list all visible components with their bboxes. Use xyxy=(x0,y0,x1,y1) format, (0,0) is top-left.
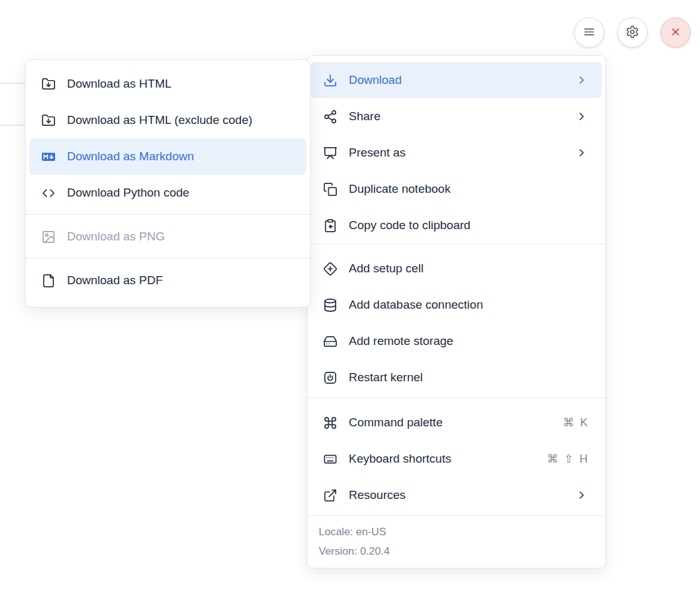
menu-item-label: Copy code to clipboard xyxy=(349,218,588,232)
menu-body: DownloadSharePresent asDuplicate noteboo… xyxy=(307,56,605,515)
keyboard-icon xyxy=(323,452,337,466)
shortcut-key: ⌘ xyxy=(547,452,558,466)
menu-button[interactable] xyxy=(574,18,604,48)
menu-section: Download as PDF xyxy=(26,259,310,307)
menu-item-download-python-code[interactable]: Download Python code xyxy=(29,175,306,211)
menu-item-label: Add database connection xyxy=(349,298,588,312)
menu-section: Download as PNG xyxy=(26,215,310,258)
markdown-download-icon xyxy=(41,150,56,164)
menu-item-label: Present as xyxy=(349,146,564,160)
version-text: Version: 0.20.4 xyxy=(319,542,594,561)
menu-item-label: Download as HTML xyxy=(67,77,292,91)
menu-icon xyxy=(582,25,596,41)
external-link-icon xyxy=(323,488,337,503)
file-icon xyxy=(41,274,56,288)
menu-item-download[interactable]: Download xyxy=(311,62,602,98)
menu-item-restart-kernel[interactable]: Restart kernel xyxy=(311,359,602,396)
chevron-right-icon xyxy=(575,74,588,86)
menu-item-download-as-html[interactable]: Download as HTML xyxy=(29,66,306,102)
chevron-right-icon xyxy=(575,146,588,159)
shortcut-key: ⇧ xyxy=(564,452,574,466)
background-cell-border xyxy=(0,125,26,126)
menu-item-add-remote-storage[interactable]: Add remote storage xyxy=(311,323,602,359)
notebook-actions-menu: DownloadSharePresent asDuplicate noteboo… xyxy=(307,55,606,568)
copy-icon xyxy=(323,182,337,197)
menu-item-label: Download as HTML (exclude code) xyxy=(67,113,292,127)
menu-item-share[interactable]: Share xyxy=(311,98,602,135)
database-icon xyxy=(323,298,337,312)
menu-item-label: Add setup cell xyxy=(349,262,588,275)
menu-item-add-database-connection[interactable]: Add database connection xyxy=(311,287,602,323)
menu-section: DownloadSharePresent asDuplicate noteboo… xyxy=(307,56,605,244)
command-icon xyxy=(323,416,337,430)
menu-item-label: Download xyxy=(349,73,564,87)
download-icon xyxy=(323,73,337,88)
menu-item-label: Share xyxy=(349,110,564,123)
menu-item-download-as-html-exclude-code[interactable]: Download as HTML (exclude code) xyxy=(29,102,306,138)
gear-icon xyxy=(625,25,639,41)
folder-down-icon xyxy=(41,77,56,91)
code-icon xyxy=(41,186,56,200)
close-button[interactable] xyxy=(661,18,691,48)
settings-button[interactable] xyxy=(617,18,647,48)
background-cell-border xyxy=(0,83,26,84)
menu-section: Download as HTMLDownload as HTML (exclud… xyxy=(26,60,310,214)
menu-item-present-as[interactable]: Present as xyxy=(311,135,602,171)
chevron-right-icon xyxy=(575,489,588,501)
menu-item-label: Add remote storage xyxy=(349,334,588,348)
menu-item-command-palette[interactable]: Command palette⌘K xyxy=(311,404,602,441)
menu-item-download-as-markdown[interactable]: Download as Markdown xyxy=(29,138,306,175)
shortcut-key: K xyxy=(580,416,588,429)
chevron-right-icon xyxy=(575,110,588,123)
menu-item-label: Download as PDF xyxy=(67,274,292,287)
menu-item-download-as-pdf[interactable]: Download as PDF xyxy=(29,262,306,299)
hard-drive-icon xyxy=(323,334,337,349)
folder-down-icon xyxy=(41,113,56,128)
menu-item-keyboard-shortcuts[interactable]: Keyboard shortcuts⌘⇧H xyxy=(311,441,602,477)
shortcut-hint: ⌘⇧H xyxy=(547,452,588,466)
locale-text: Locale: en-US xyxy=(319,522,594,542)
close-icon xyxy=(669,25,682,41)
menu-item-add-setup-cell[interactable]: Add setup cell xyxy=(311,250,602,287)
menu-item-resources[interactable]: Resources xyxy=(311,477,602,513)
share-icon xyxy=(323,110,337,124)
clipboard-arrow-icon xyxy=(323,218,337,233)
notebook-page: Download as HTMLDownload as HTML (exclud… xyxy=(0,0,700,616)
shortcut-key: ⌘ xyxy=(563,416,575,429)
menu-item-label: Keyboard shortcuts xyxy=(349,452,535,466)
menu-item-label: Download Python code xyxy=(67,186,292,200)
menu-item-label: Restart kernel xyxy=(349,371,588,384)
menu-item-duplicate-notebook[interactable]: Duplicate notebook xyxy=(311,171,602,207)
menu-item-copy-code-to-clipboard[interactable]: Copy code to clipboard xyxy=(311,207,602,244)
menu-footer: Locale: en-US Version: 0.20.4 xyxy=(307,515,605,568)
shortcut-hint: ⌘K xyxy=(563,416,588,429)
presentation-icon xyxy=(323,146,337,160)
menu-item-label: Resources xyxy=(349,488,564,502)
download-submenu: Download as HTMLDownload as HTML (exclud… xyxy=(25,59,311,307)
menu-item-label: Command palette xyxy=(349,416,552,429)
image-icon xyxy=(41,230,56,244)
menu-item-label: Duplicate notebook xyxy=(349,182,588,196)
menu-item-label: Download as PNG xyxy=(67,230,292,244)
shortcut-key: H xyxy=(580,453,589,466)
top-toolbar xyxy=(574,18,691,48)
menu-item-label: Download as Markdown xyxy=(67,150,292,163)
diamond-plus-icon xyxy=(323,262,337,276)
menu-item-download-as-png: Download as PNG xyxy=(29,218,306,255)
menu-section: Add setup cellAdd database connectionAdd… xyxy=(307,244,605,398)
square-power-icon xyxy=(323,371,337,385)
menu-section: Command palette⌘KKeyboard shortcuts⌘⇧HRe… xyxy=(307,398,605,515)
